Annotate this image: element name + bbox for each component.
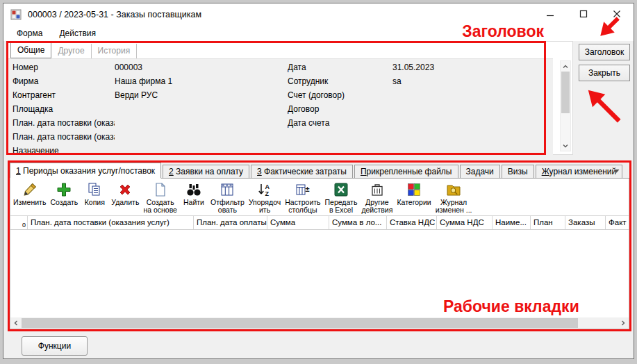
field-label: Фирма bbox=[13, 76, 115, 86]
field-value[interactable]: 000003 bbox=[115, 63, 285, 72]
header-form: Номер 000003 Фирма Наша фирма 1 Контраге… bbox=[7, 58, 553, 155]
annotation-arrow-to-zakryt bbox=[586, 78, 622, 134]
work-tab[interactable]: Прикрепленные файлы bbox=[354, 165, 458, 178]
grid-column-header[interactable]: Сумма в ло... bbox=[329, 216, 387, 229]
grid-row-index: 0 bbox=[22, 222, 26, 229]
field-label: Договор bbox=[288, 104, 392, 114]
field-value[interactable]: Наша фирма 1 bbox=[115, 76, 285, 86]
app-window: 000003 / 2023-05-31 - Заказы поставщикам… bbox=[3, 3, 634, 359]
toolbar-button-label: Категории bbox=[397, 199, 431, 206]
close-button[interactable] bbox=[600, 3, 634, 26]
grid-column-header[interactable]: Факт bbox=[606, 216, 629, 229]
form-field-row: Договор bbox=[288, 102, 552, 116]
grid-column-header[interactable]: Сумма bbox=[267, 216, 329, 229]
scroll-left-button[interactable] bbox=[10, 317, 22, 329]
annotation-worktabs-label: Рабочие вкладки bbox=[443, 297, 579, 316]
toolbar-button[interactable]: Журнал изменен ... bbox=[433, 181, 474, 215]
field-label: Сотрудник bbox=[288, 76, 392, 86]
menu-deystviya[interactable]: Действия bbox=[51, 27, 104, 40]
field-value[interactable]: Верди РУС bbox=[115, 90, 285, 100]
svg-text:A: A bbox=[265, 183, 270, 190]
field-label: Номер bbox=[13, 63, 115, 72]
form-fields-right: Дата 31.05.2023 Сотрудник sa Счет (догов… bbox=[288, 60, 552, 130]
header-tab[interactable]: История bbox=[92, 44, 138, 58]
maximize-button[interactable] bbox=[567, 3, 600, 26]
scroll-right-button[interactable] bbox=[618, 317, 629, 329]
minimize-icon bbox=[546, 10, 554, 20]
functions-button[interactable]: Функции bbox=[22, 336, 88, 356]
work-tab[interactable]: 2 Заявки на оплату bbox=[163, 165, 249, 178]
chevron-down-icon bbox=[562, 140, 569, 152]
toolbar-button[interactable]: Создать на основе bbox=[141, 181, 179, 215]
work-tab[interactable]: 1 Периоды оказания услуг/поставок bbox=[10, 163, 161, 179]
toolbar-button[interactable]: Изменить bbox=[11, 181, 48, 207]
zakryt-button[interactable]: Закрыть bbox=[579, 65, 630, 81]
grid-header: 0 План. дата поставки (оказания услуг)Пл… bbox=[10, 215, 629, 230]
vertical-scrollbar[interactable] bbox=[560, 60, 571, 151]
header-tab[interactable]: Другое bbox=[51, 44, 91, 58]
briefcase-icon bbox=[369, 181, 386, 198]
toolbar-button-label: Копия bbox=[85, 199, 105, 206]
toolbar-button[interactable]: Передать в Excel bbox=[323, 181, 360, 215]
toolbar-button[interactable]: ± Настроить столбцы bbox=[283, 181, 322, 215]
side-buttons: ЗаголовокЗакрыть bbox=[579, 44, 630, 81]
scroll-up-button[interactable] bbox=[561, 61, 570, 72]
chevron-down-small-icon bbox=[613, 165, 620, 177]
toolbar-button-label: Изменить bbox=[13, 199, 46, 206]
toolbar: Изменить Создать Копия Удалить С bbox=[10, 179, 629, 215]
form-field-row: Номер 000003 bbox=[13, 60, 285, 74]
form-field-row: Назначение bbox=[13, 144, 285, 158]
menu-forma[interactable]: Форма bbox=[9, 27, 50, 40]
toolbar-button[interactable]: AZ Упорядоч ить bbox=[247, 181, 283, 215]
form-field-row: Контрагент Верди РУС bbox=[13, 88, 285, 102]
field-label: Дата bbox=[288, 63, 392, 72]
field-label: План. дата поставки (оказани bbox=[13, 118, 115, 128]
zagolovok-button[interactable]: Заголовок bbox=[579, 44, 630, 60]
field-label: Назначение bbox=[13, 146, 115, 156]
sort-az-icon: AZ bbox=[256, 181, 273, 198]
desktop-background: 000003 / 2023-05-31 - Заказы поставщикам… bbox=[0, 0, 637, 364]
grid-column-header[interactable]: План bbox=[531, 216, 565, 229]
work-tab[interactable]: Визы bbox=[502, 165, 534, 178]
toolbar-button[interactable]: Другие действия bbox=[359, 181, 395, 215]
grid-column-header[interactable]: Заказы bbox=[565, 216, 606, 229]
field-label: Контрагент bbox=[13, 90, 115, 100]
grid-column-header[interactable]: План. дата оплаты bbox=[194, 216, 267, 229]
toolbar-button-label: Другие действия bbox=[361, 199, 392, 214]
toolbar-button-label: Настроить столбцы bbox=[285, 199, 320, 214]
horizontal-scrollbar[interactable] bbox=[10, 317, 629, 329]
form-field-row: Счет (договор) bbox=[288, 88, 552, 102]
work-tab-label: 3 Фактические затраты bbox=[257, 167, 347, 176]
vertical-scrollbar-thumb[interactable] bbox=[561, 72, 570, 113]
window-title: 000003 / 2023-05-31 - Заказы поставщикам bbox=[28, 10, 201, 19]
form-field-row: Фирма Наша фирма 1 bbox=[13, 74, 285, 88]
form-fields-left: Номер 000003 Фирма Наша фирма 1 Контраге… bbox=[13, 60, 285, 158]
toolbar-button-label: Найти bbox=[183, 199, 204, 206]
annotation-header-label: Заголовок bbox=[462, 22, 544, 41]
toolbar-button[interactable]: Категории bbox=[395, 181, 433, 207]
grid-column-header[interactable]: Наиме... bbox=[493, 216, 531, 229]
toolbar-button[interactable]: Создать bbox=[48, 181, 80, 207]
toolbar-button[interactable]: Найти bbox=[179, 181, 208, 207]
grid-column-header[interactable]: Сумма НДС bbox=[437, 216, 493, 229]
copy-icon bbox=[86, 181, 103, 198]
scroll-down-button[interactable] bbox=[561, 140, 570, 151]
header-tab[interactable]: Общие bbox=[10, 42, 51, 58]
work-tab-label: Прикрепленные файлы bbox=[361, 167, 452, 176]
grid-column-header[interactable]: План. дата поставки (оказания услуг) bbox=[28, 216, 194, 229]
toolbar-button[interactable]: Копия bbox=[80, 181, 109, 207]
plus-icon bbox=[56, 181, 72, 198]
new-page-icon bbox=[152, 181, 169, 198]
toolbar-button-label: Упорядоч ить bbox=[249, 199, 281, 214]
work-tab[interactable]: Задачи bbox=[460, 165, 500, 178]
field-label: Дата счета bbox=[288, 118, 392, 128]
field-value[interactable]: sa bbox=[392, 76, 552, 86]
grid-column-header[interactable]: Ставка НДС bbox=[387, 216, 437, 229]
toolbar-button[interactable]: Удалить bbox=[109, 181, 141, 207]
toolbar-button[interactable]: Отфильтр овать bbox=[208, 181, 247, 215]
work-tab[interactable]: 3 Фактические затраты bbox=[251, 165, 353, 178]
maximize-icon bbox=[579, 10, 588, 20]
tab-overflow-button[interactable] bbox=[604, 164, 628, 177]
horizontal-scrollbar-thumb[interactable] bbox=[22, 318, 578, 328]
field-value[interactable]: 31.05.2023 bbox=[392, 63, 552, 72]
